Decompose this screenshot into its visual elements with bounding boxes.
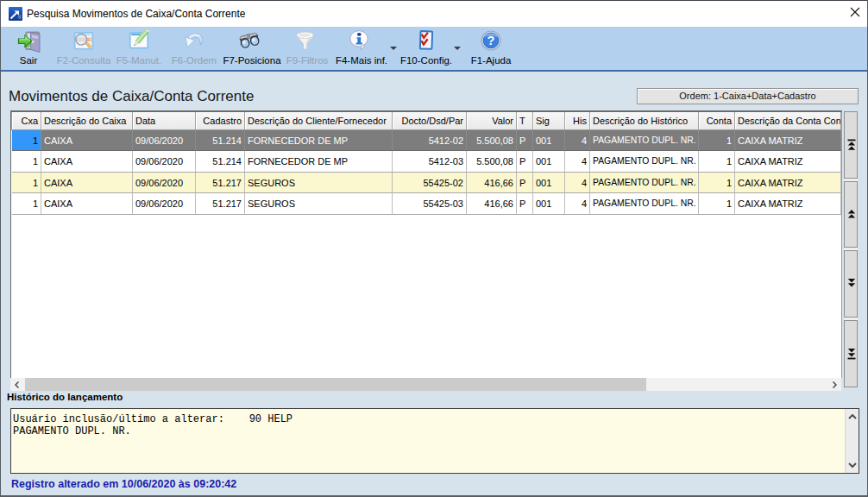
svg-text:?: ? xyxy=(487,34,495,47)
